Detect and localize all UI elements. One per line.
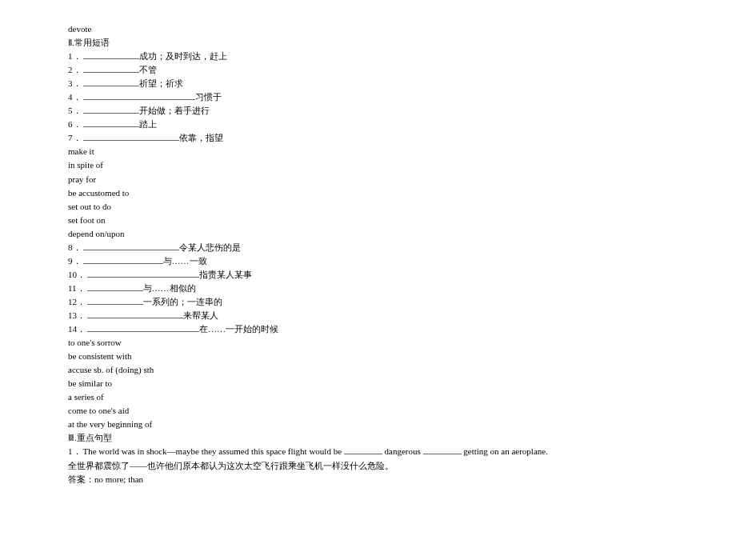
header-word: devote: [68, 22, 668, 36]
blank: [87, 297, 143, 305]
item-num: 8．: [68, 242, 82, 252]
blank: [83, 78, 139, 86]
item-11: 11．与……相似的: [68, 282, 668, 295]
item-num: 1．: [68, 51, 82, 61]
blank: [83, 119, 139, 127]
item-4: 4．习惯于: [68, 90, 668, 104]
answer-1: make it: [68, 145, 668, 158]
item-text: 与……相似的: [143, 283, 196, 293]
item-num: 11．: [68, 283, 86, 293]
item-text: 踏上: [139, 119, 157, 129]
item-text: 开始做；着手进行: [139, 106, 210, 115]
answer-text: no more; than: [94, 474, 143, 484]
item-num: 9．: [68, 256, 82, 266]
sentence-part1: The world was in shock—maybe they assume…: [83, 446, 344, 456]
item-text: 令某人悲伤的是: [179, 242, 241, 252]
item-text: 习惯于: [195, 92, 222, 102]
sentence-part3: getting on an aeroplane.: [462, 446, 548, 456]
item-2: 2．不管: [68, 63, 668, 77]
answer-4: be accustomed to: [68, 186, 668, 200]
blank: [83, 256, 163, 264]
item-num: 13．: [68, 310, 86, 320]
blank: [83, 133, 179, 141]
item-3: 3．祈望；祈求: [68, 77, 668, 90]
blank: [83, 92, 195, 100]
blank: [423, 446, 462, 454]
blank: [83, 106, 139, 114]
answer-line: 答案：no more; than: [68, 473, 668, 486]
sentence-part2: dangerous: [382, 446, 423, 456]
blank: [83, 51, 139, 59]
item-num: 7．: [68, 133, 82, 142]
item-num: 5．: [68, 106, 82, 115]
translation: 全世界都震惊了——也许他们原本都认为这次太空飞行跟乘坐飞机一样没什么危险。: [68, 459, 668, 473]
item-7: 7．依靠，指望: [68, 131, 668, 145]
item-10: 10．指责某人某事: [68, 268, 668, 282]
item-num: 12．: [68, 297, 86, 306]
item-num: 4．: [68, 92, 82, 102]
answer-11: be similar to: [68, 377, 668, 390]
item-num: 14．: [68, 324, 86, 334]
blank: [87, 270, 199, 278]
answer-label: 答案：: [68, 474, 94, 484]
item-text: 指责某人某事: [199, 270, 252, 279]
section3-title: Ⅲ.重点句型: [68, 431, 668, 445]
item-text: 与……一致: [163, 256, 207, 266]
answer-12: a series of: [68, 390, 668, 404]
item-text: 来帮某人: [183, 310, 218, 320]
answer-3: pray for: [68, 173, 668, 186]
answer-9: be consistent with: [68, 350, 668, 363]
answer-14: at the very beginning of: [68, 418, 668, 431]
answer-2: in spite of: [68, 158, 668, 172]
answer-7: depend on/upon: [68, 227, 668, 241]
blank: [87, 310, 183, 318]
sentence-1: 1．The world was in shock—maybe they assu…: [68, 445, 668, 458]
answer-5: set out to do: [68, 200, 668, 214]
item-text: 祈望；祈求: [139, 78, 183, 88]
item-text: 在……一开始的时候: [199, 324, 278, 334]
item-num: 10．: [68, 270, 86, 279]
item-text: 成功；及时到达，赶上: [139, 51, 227, 61]
answer-8: to one's sorrow: [68, 336, 668, 350]
answer-6: set foot on: [68, 214, 668, 227]
item-num: 6．: [68, 119, 82, 129]
item-6: 6．踏上: [68, 118, 668, 131]
item-9: 9．与……一致: [68, 254, 668, 268]
item-5: 5．开始做；着手进行: [68, 104, 668, 118]
blank: [87, 324, 199, 332]
sentence-num: 1．: [68, 446, 82, 456]
item-text: 一系列的；一连串的: [143, 297, 222, 306]
item-8: 8．令某人悲伤的是: [68, 241, 668, 254]
blank: [344, 446, 382, 454]
item-num: 3．: [68, 78, 82, 88]
item-13: 13．来帮某人: [68, 309, 668, 322]
blank: [87, 283, 143, 291]
item-text: 依靠，指望: [179, 133, 223, 142]
item-num: 2．: [68, 65, 82, 74]
item-1: 1．成功；及时到达，赶上: [68, 50, 668, 63]
section2-title: Ⅱ.常用短语: [68, 36, 668, 50]
answer-10: accuse sb. of (doing) sth: [68, 363, 668, 377]
item-14: 14．在……一开始的时候: [68, 322, 668, 336]
blank: [83, 242, 179, 250]
answer-13: come to one's aid: [68, 404, 668, 418]
blank: [83, 65, 139, 73]
item-text: 不管: [139, 65, 157, 74]
item-12: 12．一系列的；一连串的: [68, 295, 668, 309]
